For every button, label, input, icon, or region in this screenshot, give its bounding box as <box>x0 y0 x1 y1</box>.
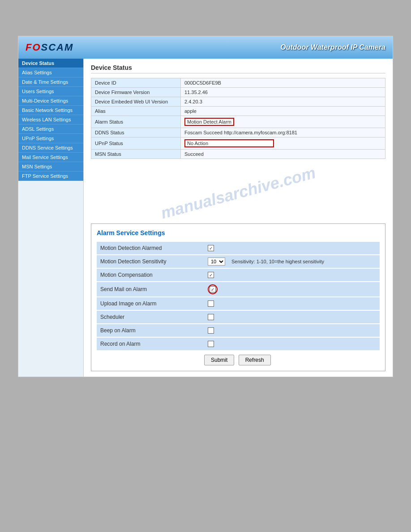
alarm-row-label: Upload Image on Alarm <box>100 300 208 307</box>
submit-button[interactable]: Submit <box>204 355 234 365</box>
device-status-title: Device Status <box>91 64 385 73</box>
status-value: Foscam Succeed http://camera.myfoscam.or… <box>181 128 385 137</box>
alarm-row: Upload Image on Alarm <box>97 297 380 310</box>
alarm-row-control <box>208 284 218 294</box>
status-value: 11.35.2.46 <box>181 88 385 97</box>
alarm-row-label: Scheduler <box>100 314 208 320</box>
status-label: Device ID <box>91 78 181 88</box>
checkbox[interactable] <box>208 245 214 251</box>
checkbox-circle-highlight <box>208 284 218 294</box>
status-label: DDNS Status <box>91 128 181 137</box>
status-label: Device Firmware Version <box>91 88 181 97</box>
checkbox[interactable] <box>210 286 216 292</box>
alarm-row-label: Send Mail on Alarm <box>100 286 208 292</box>
form-buttons: Submit Refresh <box>97 355 380 365</box>
table-row: MSN StatusSucceed <box>91 150 385 159</box>
sidebar-item[interactable]: Alias Settings <box>18 68 83 77</box>
logo: FOSCAM <box>26 42 73 53</box>
sidebar-item[interactable]: Date & Time Settings <box>18 77 83 87</box>
sidebar-item[interactable]: Wireless LAN Settings <box>18 115 83 124</box>
alarm-row-label: Motion Detection Alarmed <box>100 245 208 251</box>
table-row: Device Embeded Web UI Version2.4.20.3 <box>91 97 385 107</box>
sidebar-item[interactable]: Device Status <box>18 59 83 68</box>
table-row: Aliasapple <box>91 107 385 116</box>
table-row: Device Firmware Version11.35.2.46 <box>91 88 385 97</box>
alarm-row-control <box>208 245 214 251</box>
main-panel: Device Status Device ID000DC5D6FE9BDevic… <box>83 59 393 377</box>
watermark-area: manualsarchive.com <box>91 166 385 220</box>
alarm-row: Beep on Alarm <box>97 324 380 337</box>
alarm-row-control: 12345678910Sensitivity: 1-10, 10=the hig… <box>208 257 324 266</box>
header-subtitle: Outdoor Waterproof IP Camera <box>280 43 385 51</box>
status-value: 2.4.20.3 <box>181 97 385 107</box>
checkbox[interactable] <box>208 314 214 320</box>
alarm-row: Motion Detection Alarmed <box>97 242 380 254</box>
alarm-row: Record on Alarm <box>97 338 380 350</box>
table-row: Device ID000DC5D6FE9B <box>91 78 385 88</box>
status-value: 000DC5D6FE9B <box>181 78 385 88</box>
alarm-row-control <box>208 300 214 307</box>
sensitivity-hint: Sensitivity: 1-10, 10=the highest sensit… <box>231 259 324 264</box>
alarm-row-label: Beep on Alarm <box>100 327 208 334</box>
table-row: UPnP StatusNo Action <box>91 137 385 150</box>
content-area: Device StatusAlias SettingsDate & Time S… <box>18 59 393 377</box>
refresh-button[interactable]: Refresh <box>239 355 271 365</box>
checkbox[interactable] <box>208 300 214 307</box>
sidebar-item[interactable]: MSN Settings <box>18 162 83 172</box>
alarm-row-control <box>208 341 214 347</box>
status-value: Succeed <box>181 150 385 159</box>
alarm-row: Motion Detection Sensitivity12345678910S… <box>97 255 380 268</box>
status-label: Device Embeded Web UI Version <box>91 97 181 107</box>
alarm-row-control <box>208 327 214 334</box>
page-header: FOSCAM Outdoor Waterproof IP Camera <box>18 36 393 59</box>
sidebar-item[interactable]: ADSL Settings <box>18 124 83 134</box>
alarm-row: Scheduler <box>97 311 380 323</box>
alarm-row-label: Motion Compensation <box>100 272 208 278</box>
sidebar-item[interactable]: DDNS Service Settings <box>18 143 83 153</box>
checkbox[interactable] <box>208 341 214 347</box>
device-status-table: Device ID000DC5D6FE9BDevice Firmware Ver… <box>91 78 385 159</box>
status-value: No Action <box>181 137 385 150</box>
table-row: DDNS StatusFoscam Succeed http://camera.… <box>91 128 385 137</box>
sidebar-item[interactable]: FTP Service Settings <box>18 172 83 181</box>
status-value: Motion Detect Alarm <box>181 116 385 128</box>
status-label: UPnP Status <box>91 137 181 150</box>
alarm-row-label: Motion Detection Sensitivity <box>100 258 208 265</box>
status-label: MSN Status <box>91 150 181 159</box>
checkbox[interactable] <box>208 272 214 278</box>
watermark-text: manualsarchive.com <box>159 163 318 223</box>
checkbox[interactable] <box>208 327 214 334</box>
sidebar-item[interactable]: Mail Service Settings <box>18 153 83 162</box>
table-row: Alarm StatusMotion Detect Alarm <box>91 116 385 128</box>
sidebar: Device StatusAlias SettingsDate & Time S… <box>18 59 83 377</box>
sidebar-item[interactable]: Multi-Device Settings <box>18 96 83 106</box>
sidebar-item[interactable]: UPnP Settings <box>18 134 83 143</box>
status-label: Alarm Status <box>91 116 181 128</box>
sidebar-item[interactable]: Users Settings <box>18 87 83 96</box>
alarm-row: Send Mail on Alarm <box>97 282 380 296</box>
alarm-section-title: Alarm Service Settings <box>97 229 380 236</box>
alarm-row-control <box>208 314 214 320</box>
alarm-row-label: Record on Alarm <box>100 341 208 347</box>
sensitivity-select[interactable]: 12345678910 <box>208 257 225 266</box>
alarm-row-control <box>208 272 214 278</box>
status-label: Alias <box>91 107 181 116</box>
status-value: apple <box>181 107 385 116</box>
sidebar-item[interactable]: Basic Network Settings <box>18 106 83 115</box>
alarm-section: Alarm Service Settings Motion Detection … <box>91 223 385 371</box>
alarm-row: Motion Compensation <box>97 269 380 281</box>
